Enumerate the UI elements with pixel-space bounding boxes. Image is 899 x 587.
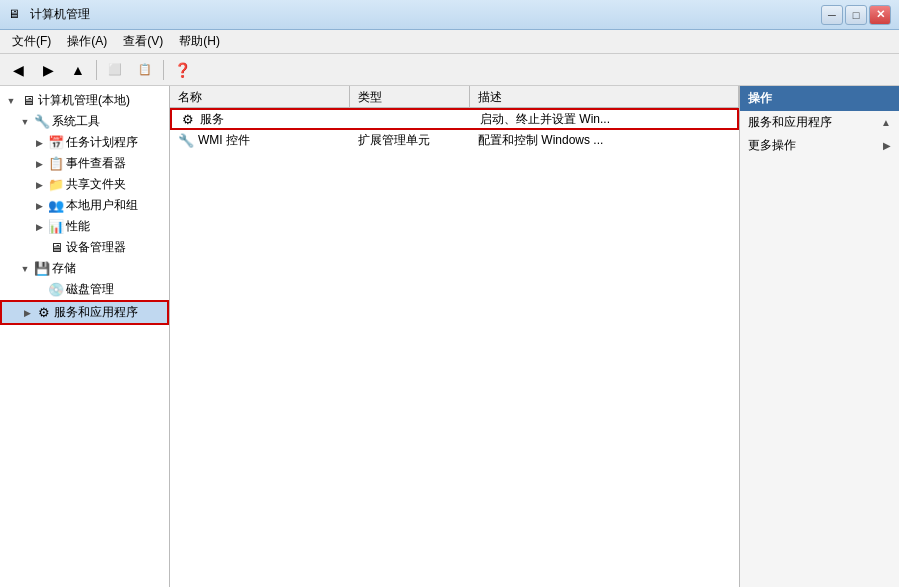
cell-services-type (352, 117, 472, 121)
back-icon: ◀ (13, 62, 24, 78)
tree-label-root: 计算机管理(本地) (38, 92, 130, 109)
back-button[interactable]: ◀ (4, 57, 32, 83)
cell-services-desc: 启动、终止并设置 Win... (472, 109, 737, 130)
task-icon: 📅 (48, 135, 64, 151)
tree-item-shared-folders[interactable]: ▶ 📁 共享文件夹 (0, 174, 169, 195)
expand-event-viewer[interactable]: ▶ (32, 157, 46, 171)
help-icon: ❓ (174, 62, 191, 78)
expand-services-apps[interactable]: ▶ (20, 306, 34, 320)
disk-icon: 💿 (48, 282, 64, 298)
expand-system-tools[interactable]: ▼ (18, 115, 32, 129)
event-icon: 📋 (48, 156, 64, 172)
help-button[interactable]: ❓ (168, 57, 196, 83)
tree-label-storage: 存储 (52, 260, 76, 277)
cell-services-name: ⚙ 服务 (172, 109, 352, 130)
window-controls: ─ □ ✕ (821, 5, 891, 25)
col-header-desc[interactable]: 描述 (470, 86, 739, 107)
menu-view[interactable]: 查看(V) (115, 31, 171, 52)
expand-root[interactable]: ▼ (4, 94, 18, 108)
system-tools-icon: 🔧 (34, 114, 50, 130)
tree-label-local-users: 本地用户和组 (66, 197, 138, 214)
right-panel-item-services-apps[interactable]: 服务和应用程序 ▲ (740, 111, 899, 134)
cell-wmi-type: 扩展管理单元 (350, 130, 470, 151)
tree-label-device-manager: 设备管理器 (66, 239, 126, 256)
tree-label-performance: 性能 (66, 218, 90, 235)
chevron-up-icon: ▲ (881, 117, 891, 128)
list-row-services[interactable]: ⚙ 服务 启动、终止并设置 Win... (170, 108, 739, 130)
tree-item-disk-management[interactable]: ▶ 💿 磁盘管理 (0, 279, 169, 300)
tree-item-device-manager[interactable]: ▶ 🖥 设备管理器 (0, 237, 169, 258)
tree-item-root[interactable]: ▼ 🖥 计算机管理(本地) (0, 90, 169, 111)
right-panel-title: 操作 (748, 90, 772, 107)
services-list-icon: ⚙ (180, 111, 196, 127)
tree-item-task-scheduler[interactable]: ▶ 📅 任务计划程序 (0, 132, 169, 153)
tree-label-shared-folders: 共享文件夹 (66, 176, 126, 193)
right-panel-header: 操作 (740, 86, 899, 111)
tree-label-event-viewer: 事件查看器 (66, 155, 126, 172)
tree-item-event-viewer[interactable]: ▶ 📋 事件查看器 (0, 153, 169, 174)
title-bar: 🖥 计算机管理 ─ □ ✕ (0, 0, 899, 30)
expand-storage[interactable]: ▼ (18, 262, 32, 276)
right-panel-item-more-actions[interactable]: 更多操作 ▶ (740, 134, 899, 157)
list-header: 名称 类型 描述 (170, 86, 739, 108)
tree-item-services-apps[interactable]: ▶ ⚙ 服务和应用程序 (0, 300, 169, 325)
up-icon: ▲ (71, 62, 85, 78)
tree-label-system-tools: 系统工具 (52, 113, 100, 130)
expand-performance[interactable]: ▶ (32, 220, 46, 234)
right-panel-label-more-actions: 更多操作 (748, 137, 796, 154)
tree-label-task-scheduler: 任务计划程序 (66, 134, 138, 151)
minimize-button[interactable]: ─ (821, 5, 843, 25)
performance-icon: 📊 (48, 219, 64, 235)
tree-label-disk-management: 磁盘管理 (66, 281, 114, 298)
expand-shared-folders[interactable]: ▶ (32, 178, 46, 192)
menu-bar: 文件(F) 操作(A) 查看(V) 帮助(H) (0, 30, 899, 54)
expand-local-users[interactable]: ▶ (32, 199, 46, 213)
tree-label-services-apps: 服务和应用程序 (54, 304, 138, 321)
main-content: ▼ 🖥 计算机管理(本地) ▼ 🔧 系统工具 ▶ 📅 任务计划程序 ▶ 📋 事件… (0, 86, 899, 587)
tree-item-local-users[interactable]: ▶ 👥 本地用户和组 (0, 195, 169, 216)
forward-icon: ▶ (43, 62, 54, 78)
menu-help[interactable]: 帮助(H) (171, 31, 228, 52)
users-icon: 👥 (48, 198, 64, 214)
right-panel: 操作 服务和应用程序 ▲ 更多操作 ▶ (739, 86, 899, 587)
computer-icon: 🖥 (20, 93, 36, 109)
wmi-list-icon: 🔧 (178, 133, 194, 149)
menu-action[interactable]: 操作(A) (59, 31, 115, 52)
toolbar-separator-1 (96, 60, 97, 80)
toolbar: ◀ ▶ ▲ ⬜ 📋 ❓ (0, 54, 899, 86)
left-panel-tree: ▼ 🖥 计算机管理(本地) ▼ 🔧 系统工具 ▶ 📅 任务计划程序 ▶ 📋 事件… (0, 86, 170, 587)
tree-item-system-tools[interactable]: ▼ 🔧 系统工具 (0, 111, 169, 132)
app-icon: 🖥 (8, 7, 24, 23)
col-header-type[interactable]: 类型 (350, 86, 470, 107)
tree-item-storage[interactable]: ▼ 💾 存储 (0, 258, 169, 279)
show-hide-icon: ⬜ (108, 63, 122, 76)
cell-wmi-name: 🔧 WMI 控件 (170, 130, 350, 151)
storage-icon: 💾 (34, 261, 50, 277)
window-title: 计算机管理 (30, 6, 90, 23)
menu-file[interactable]: 文件(F) (4, 31, 59, 52)
toolbar-separator-2 (163, 60, 164, 80)
right-panel-label-services-apps: 服务和应用程序 (748, 114, 832, 131)
services-icon: ⚙ (36, 305, 52, 321)
properties-button[interactable]: 📋 (131, 57, 159, 83)
list-row-wmi[interactable]: 🔧 WMI 控件 扩展管理单元 配置和控制 Windows ... (170, 130, 739, 152)
expand-task-scheduler[interactable]: ▶ (32, 136, 46, 150)
tree-item-performance[interactable]: ▶ 📊 性能 (0, 216, 169, 237)
show-hide-button[interactable]: ⬜ (101, 57, 129, 83)
cell-wmi-desc: 配置和控制 Windows ... (470, 130, 739, 151)
properties-icon: 📋 (138, 63, 152, 76)
forward-button[interactable]: ▶ (34, 57, 62, 83)
col-header-name[interactable]: 名称 (170, 86, 350, 107)
middle-panel: 名称 类型 描述 ⚙ 服务 启动、终止并设置 Win... 🔧 WMI 控件 扩… (170, 86, 739, 587)
up-button[interactable]: ▲ (64, 57, 92, 83)
restore-button[interactable]: □ (845, 5, 867, 25)
close-button[interactable]: ✕ (869, 5, 891, 25)
device-icon: 🖥 (48, 240, 64, 256)
folder-icon: 📁 (48, 177, 64, 193)
chevron-right-icon: ▶ (883, 140, 891, 151)
